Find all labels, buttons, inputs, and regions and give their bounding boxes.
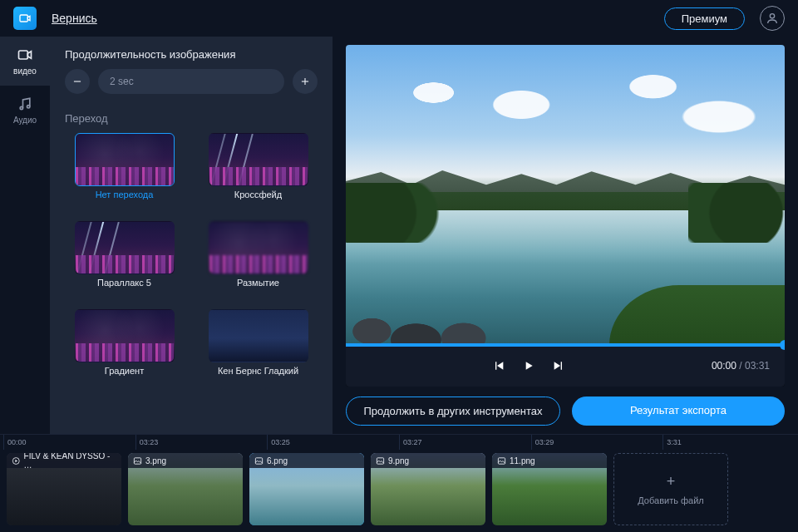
rail-label: видео [13,66,37,76]
transition-gradient[interactable]: Градиент [65,309,184,389]
rail-tab-audio[interactable]: Аудио [0,86,50,135]
seek-bar[interactable] [346,343,785,347]
app-root: Вернись Премиум видео Аудио Продолжитель… [0,0,798,532]
transition-thumb [209,133,308,186]
transition-grid: Нет перехода Кроссфейд Параллакс 5 Размы… [65,133,318,389]
audio-play-icon [12,456,21,466]
next-icon[interactable] [552,359,565,372]
timeline: 00:00 03:23 03:25 03:27 03:29 3:31 FILV … [0,434,798,532]
svg-point-4 [27,106,30,108]
time-current: 00:00 [712,360,736,372]
clip-image[interactable]: 3.png [128,453,243,525]
duration-input[interactable]: 2 sec [98,69,284,94]
transition-thumb [209,309,308,362]
prev-icon[interactable] [492,359,505,372]
image-icon [254,456,264,466]
image-icon [376,456,385,466]
continue-tools-button[interactable]: Продолжить в других инструментах [346,397,560,426]
clip-image[interactable]: 11.png [492,453,607,525]
duration-decrease[interactable] [65,69,90,94]
transition-caption: Кен Бернс Гладкий [218,366,298,389]
app-logo [13,7,37,30]
top-bar: Вернись Премиум [0,0,798,37]
clip-label: 3.png [145,456,166,466]
player-controls [492,359,565,372]
clip-image[interactable]: 6.png [249,453,364,525]
account-icon[interactable] [760,6,785,31]
export-result-button[interactable]: Результат экспорта [572,397,785,426]
image-icon [497,456,506,466]
time-total: 03:31 [745,360,770,372]
transition-no-transition[interactable]: Нет перехода [65,133,184,213]
add-file-button[interactable]: + Добавить файл [613,453,728,525]
timeline-ruler: 00:00 03:23 03:25 03:27 03:29 3:31 [0,435,798,450]
transition-caption: Нет перехода [96,190,154,213]
svg-rect-2 [19,51,28,59]
play-icon[interactable] [522,359,535,372]
ruler-mark: 03:29 [531,435,663,450]
timeline-clips: FILV & KEAN DYSSO - … 3.png 6.png [0,450,798,532]
rail-tab-video[interactable]: видео [0,37,50,86]
transition-ken-burns-smooth[interactable]: Кен Бернс Гладкий [199,309,318,389]
image-icon [133,456,142,466]
transition-label: Переход [65,112,318,125]
premium-button[interactable]: Премиум [664,7,745,30]
transition-caption: Кроссфейд [234,190,282,213]
player-time: 00:00 / 03:31 [712,360,770,372]
transition-caption: Градиент [105,366,144,389]
clip-image[interactable]: 9.png [371,453,485,525]
transition-crossfade[interactable]: Кроссфейд [199,133,318,213]
transition-caption: Параллакс 5 [97,278,151,301]
add-file-label: Добавить файл [638,495,703,505]
preview-viewport[interactable] [346,45,785,345]
ruler-mark: 03:25 [267,435,399,450]
settings-panel: Продолжительность изображения 2 sec Пере… [50,37,332,434]
duration-increase[interactable] [293,69,318,94]
transition-thumb [209,221,308,274]
player-bar: 00:00 / 03:31 [346,345,785,387]
transition-parallax-5[interactable]: Параллакс 5 [65,221,184,301]
plus-icon: + [667,473,676,490]
clip-label: 6.png [267,456,288,466]
svg-point-1 [770,14,774,18]
transition-thumb [75,133,175,186]
clip-label: 11.png [510,456,535,466]
ruler-mark: 3:31 [663,435,795,450]
svg-point-3 [20,106,22,109]
transition-blur[interactable]: Размытие [199,221,318,301]
transition-thumb [75,309,175,362]
transition-thumb [75,221,175,274]
clip-label: FILV & KEAN DYSSO - … [24,453,116,470]
preview-column: 00:00 / 03:31 Продолжить в других инстру… [332,37,798,434]
transition-caption: Размытие [237,278,279,301]
ruler-mark: 00:00 [3,435,135,450]
ruler-mark: 03:23 [135,435,268,450]
action-row: Продолжить в других инструментах Результ… [346,387,785,434]
main-row: видео Аудио Продолжительность изображени… [0,37,798,434]
back-link[interactable]: Вернись [52,12,97,25]
svg-rect-0 [20,15,27,22]
video-preview: 00:00 / 03:31 [346,45,785,387]
ruler-mark: 03:27 [399,435,531,450]
image-duration-label: Продолжительность изображения [65,48,318,61]
rail-label: Аудио [13,116,37,125]
clip-label: 9.png [388,456,409,466]
side-rail: видео Аудио [0,37,50,434]
duration-control: 2 sec [65,69,318,94]
clip-audio[interactable]: FILV & KEAN DYSSO - … [7,453,121,525]
